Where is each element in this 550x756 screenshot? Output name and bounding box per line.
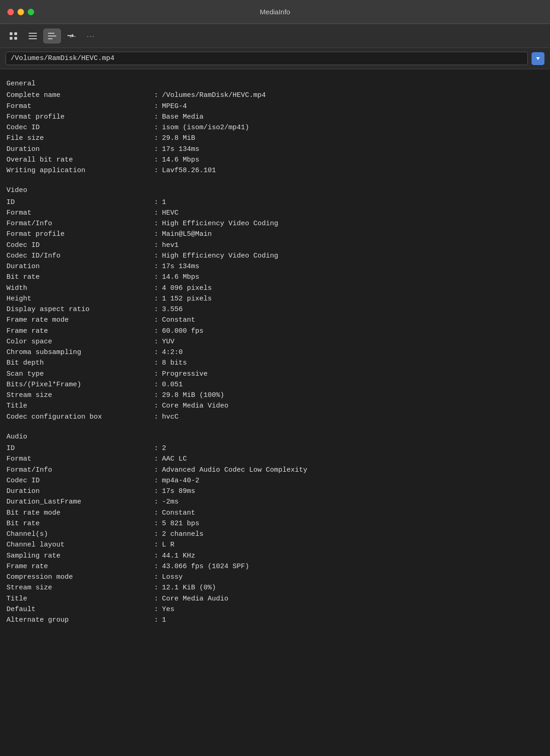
general-value-4: 29.8 MiB — [162, 133, 195, 144]
swap-button[interactable] — [63, 29, 80, 43]
audio-label-9: Channel layout — [6, 540, 154, 550]
video-row-19: Title: Core Media Video — [6, 401, 544, 411]
general-sep-7: : — [154, 165, 158, 176]
audio-sep-8: : — [154, 529, 158, 540]
video-row-13: Color space: YUV — [6, 336, 544, 347]
video-sep-9: : — [154, 294, 158, 304]
general-sep-1: : — [154, 101, 158, 112]
audio-row-4: Duration: 17s 89ms — [6, 486, 544, 497]
audio-label-7: Bit rate — [6, 518, 154, 529]
audio-sep-16: : — [154, 615, 158, 625]
video-row-5: Codec ID/Info: High Efficiency Video Cod… — [6, 251, 544, 261]
video-label-16: Scan type — [6, 369, 154, 379]
list-view-button[interactable] — [24, 29, 42, 43]
video-sep-10: : — [154, 304, 158, 315]
video-sep-0: : — [154, 197, 158, 208]
video-value-12: 60.000 fps — [162, 326, 203, 336]
audio-label-8: Channel(s) — [6, 529, 154, 540]
audio-value-15: Yes — [162, 604, 174, 615]
audio-value-4: 17s 89ms — [162, 486, 195, 497]
video-row-18: Stream size: 29.8 MiB (100%) — [6, 390, 544, 401]
general-sep-4: : — [154, 133, 158, 144]
svg-rect-5 — [29, 36, 37, 36]
video-value-7: 14.6 Mbps — [162, 272, 199, 282]
audio-value-9: L R — [162, 540, 174, 550]
video-value-17: 0.051 — [162, 379, 183, 390]
video-value-13: YUV — [162, 336, 174, 347]
video-value-10: 3.556 — [162, 304, 183, 315]
general-row-1: Format: MPEG-4 — [6, 101, 544, 112]
minimize-button[interactable] — [18, 9, 24, 15]
audio-sep-3: : — [154, 475, 158, 486]
text-view-button[interactable] — [43, 29, 61, 43]
audio-label-10: Sampling rate — [6, 551, 154, 561]
audio-row-11: Frame rate: 43.066 fps (1024 SPF) — [6, 561, 544, 572]
audio-row-13: Stream size: 12.1 KiB (0%) — [6, 582, 544, 593]
audio-label-2: Format/Info — [6, 465, 154, 475]
more-button[interactable]: ··· — [82, 29, 100, 43]
video-sep-13: : — [154, 336, 158, 347]
maximize-button[interactable] — [28, 9, 34, 15]
video-row-10: Display aspect ratio: 3.556 — [6, 304, 544, 315]
audio-label-15: Default — [6, 604, 154, 615]
audio-row-7: Bit rate: 5 821 bps — [6, 518, 544, 529]
audio-value-0: 2 — [162, 443, 166, 454]
video-value-9: 1 152 pixels — [162, 294, 212, 304]
audio-sep-11: : — [154, 561, 158, 572]
audio-value-14: Core Media Audio — [162, 594, 228, 604]
path-bar — [0, 48, 550, 69]
general-value-5: 17s 134ms — [162, 144, 199, 155]
general-label-2: Format profile — [6, 112, 154, 122]
video-row-6: Duration: 17s 134ms — [6, 261, 544, 272]
video-row-2: Format/Info: High Efficiency Video Codin… — [6, 218, 544, 229]
general-row-7: Writing application: Lavf58.26.101 — [6, 165, 544, 176]
video-label-10: Display aspect ratio — [6, 304, 154, 315]
video-label-5: Codec ID/Info — [6, 251, 154, 261]
audio-sep-0: : — [154, 443, 158, 454]
audio-label-1: Format — [6, 454, 154, 464]
video-sep-7: : — [154, 272, 158, 282]
general-row-4: File size: 29.8 MiB — [6, 133, 544, 144]
audio-sep-13: : — [154, 582, 158, 593]
audio-value-10: 44.1 KHz — [162, 551, 195, 561]
general-label-3: Codec ID — [6, 122, 154, 133]
audio-value-16: 1 — [162, 615, 166, 625]
audio-label-5: Duration_LastFrame — [6, 497, 154, 507]
audio-label-3: Codec ID — [6, 475, 154, 486]
video-label-1: Format — [6, 208, 154, 218]
grid-view-button[interactable] — [5, 29, 22, 43]
video-label-14: Chroma subsampling — [6, 347, 154, 358]
video-sep-2: : — [154, 218, 158, 229]
video-value-11: Constant — [162, 315, 195, 325]
path-input[interactable] — [6, 52, 528, 65]
video-label-6: Duration — [6, 261, 154, 272]
general-sep-0: : — [154, 90, 158, 101]
audio-value-13: 12.1 KiB (0%) — [162, 582, 216, 593]
audio-sep-2: : — [154, 465, 158, 475]
video-value-2: High Efficiency Video Coding — [162, 218, 278, 229]
video-label-20: Codec configuration box — [6, 412, 154, 422]
audio-row-2: Format/Info: Advanced Audio Codec Low Co… — [6, 465, 544, 475]
audio-label-12: Compression mode — [6, 572, 154, 582]
audio-sep-7: : — [154, 518, 158, 529]
svg-rect-7 — [48, 33, 54, 34]
video-sep-20: : — [154, 412, 158, 422]
audio-value-8: 2 channels — [162, 529, 203, 540]
close-button[interactable] — [7, 9, 14, 15]
video-label-7: Bit rate — [6, 272, 154, 282]
audio-sep-1: : — [154, 454, 158, 464]
video-value-19: Core Media Video — [162, 401, 228, 411]
audio-value-6: Constant — [162, 508, 195, 518]
video-value-8: 4 096 pixels — [162, 283, 212, 294]
video-value-1: HEVC — [162, 208, 179, 218]
video-row-9: Height: 1 152 pixels — [6, 294, 544, 304]
video-sep-11: : — [154, 315, 158, 325]
general-label-4: File size — [6, 133, 154, 144]
video-value-4: hev1 — [162, 240, 179, 251]
video-row-16: Scan type: Progressive — [6, 369, 544, 379]
path-chevron-icon[interactable] — [532, 52, 544, 65]
video-sep-18: : — [154, 390, 158, 401]
audio-value-11: 43.066 fps (1024 SPF) — [162, 561, 249, 572]
general-sep-5: : — [154, 144, 158, 155]
video-sep-12: : — [154, 326, 158, 336]
